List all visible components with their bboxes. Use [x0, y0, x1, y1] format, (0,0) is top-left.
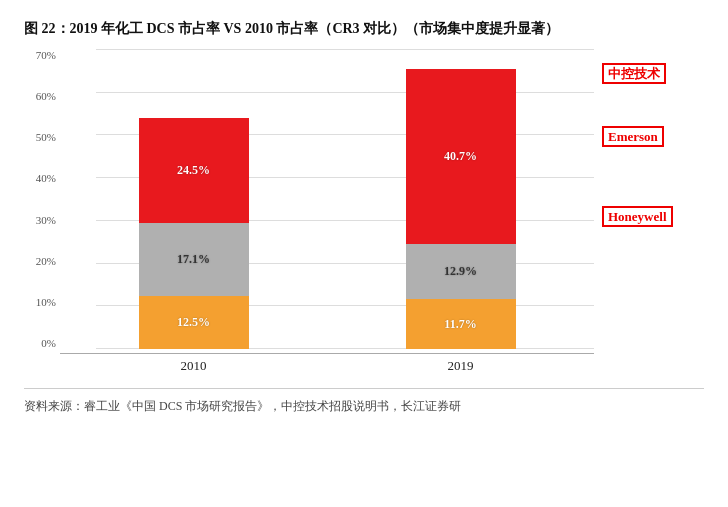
- y-label-0: 0%: [24, 337, 56, 349]
- y-label-6: 60%: [24, 90, 56, 102]
- y-label-2: 20%: [24, 255, 56, 267]
- y-label-1: 10%: [24, 296, 56, 308]
- y-axis: 0% 10% 20% 30% 40% 50% 60% 70%: [24, 49, 60, 349]
- segment-2019-honeywell: 40.7%: [406, 69, 516, 243]
- segment-2019-emerson: 12.9%: [406, 244, 516, 299]
- bar-2010: 12.5% 17.1% 24.5%: [129, 118, 259, 349]
- page-container: 图 22：2019 年化工 DCS 市占率 VS 2010 市占率（CR3 对比…: [24, 18, 704, 416]
- legend-label-honeywell-right: Honeywell: [602, 206, 673, 227]
- segment-label-2019-honeywell: 40.7%: [444, 149, 477, 164]
- segment-label-2019-emerson: 12.9%: [444, 264, 477, 279]
- segment-label-2019-zhongkong: 11.7%: [444, 316, 476, 331]
- legend-emerson: Emerson: [602, 129, 664, 145]
- y-label-7: 70%: [24, 49, 56, 61]
- y-label-5: 50%: [24, 131, 56, 143]
- segment-label-2010-honeywell: 17.1%: [177, 252, 210, 267]
- y-label-4: 40%: [24, 172, 56, 184]
- bars-container: 12.5% 17.1% 24.5%: [60, 49, 594, 349]
- chart-title: 图 22：2019 年化工 DCS 市占率 VS 2010 市占率（CR3 对比…: [24, 18, 704, 39]
- segment-label-2010-yokogawa: 12.5%: [177, 315, 210, 330]
- legend-zhongkong: 中控技术: [602, 65, 666, 83]
- segment-label-2010-supcon: 24.5%: [177, 163, 210, 178]
- segment-2019-zhongkong: 11.7%: [406, 299, 516, 349]
- segment-2010-supcon: 24.5%: [139, 118, 249, 223]
- bar-stack-2019: 11.7% 12.9% 40.7%: [406, 69, 516, 349]
- segment-2010-honeywell: 17.1%: [139, 223, 249, 296]
- legend-label-zhongkong: 中控技术: [602, 63, 666, 84]
- source-text: 资料来源：睿工业《中国 DCS 市场研究报告》，中控技术招股说明书，长江证券研: [24, 388, 704, 416]
- legend-label-emerson: Emerson: [602, 126, 664, 147]
- bar-2019: 11.7% 12.9% 40.7%: [396, 69, 526, 349]
- y-label-3: 30%: [24, 214, 56, 226]
- bar-stack-2010: 12.5% 17.1% 24.5%: [139, 118, 249, 349]
- legend-honeywell-right: Honeywell: [602, 209, 673, 225]
- x-label-2010: 2010: [129, 358, 259, 374]
- segment-2010-yokogawa: 12.5%: [139, 296, 249, 349]
- x-label-2019: 2019: [396, 358, 526, 374]
- chart-outer: 0% 10% 20% 30% 40% 50% 60% 70%: [24, 49, 704, 374]
